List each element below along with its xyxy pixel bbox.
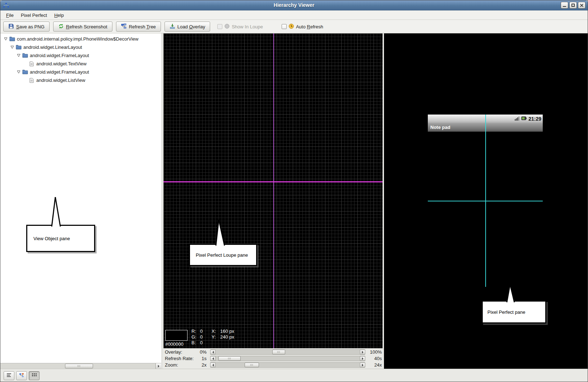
refresh-rate-slider-right-arrow[interactable] [360,356,365,361]
menu-file[interactable]: File [3,11,17,19]
zoom-slider[interactable] [210,362,365,368]
overlay-download-icon [170,23,175,30]
rgb-readout: R:0 G:0 B:0 [191,329,203,346]
pixel-perfect-callout-label: Pixel Perfect pane [487,309,526,315]
auto-refresh-label: Auto Refresh [296,24,323,29]
loupe-callout-label: Pixel Perfect Loupe pane [196,252,248,258]
app-title-label: Note pad [430,125,450,130]
expander-icon[interactable] [17,53,20,58]
loupe-pane-callout: Pixel Perfect Loupe pane [189,244,257,266]
zoom-slider-right-arrow[interactable] [360,363,365,367]
overlay-max-label: 100% [367,349,383,355]
loupe-callout-spike [214,219,226,246]
save-as-png-button[interactable]: Save as PNG [3,22,50,32]
tree-item-label: android.widget.ListView [35,78,85,83]
show-in-loupe-checkbox-box [217,24,222,29]
refresh-rate-slider-left-arrow[interactable] [210,356,216,361]
tree-item-decorview[interactable]: com.android.internal.policy.impl.PhoneWi… [0,35,162,43]
tree-scrollbar-thumb[interactable] [65,364,93,368]
refresh-rate-slider-thumb[interactable] [218,356,241,361]
auto-refresh-checkbox[interactable]: Auto Refresh [282,23,323,30]
view-object-callout-spike [50,196,62,227]
folder-icon [22,53,28,58]
loupe-crosshair-horizontal[interactable] [163,181,383,182]
expander-icon[interactable] [17,69,20,75]
loupe-sphere-icon [224,23,230,30]
tree-item-framelayout-2[interactable]: android.widget.FrameLayout [0,68,162,76]
refresh-tree-button[interactable]: Refresh Tree [116,22,161,32]
y-value: 240 px [220,334,234,340]
auto-refresh-checkbox-box[interactable] [282,24,287,29]
tree-view-button[interactable] [16,371,27,380]
show-in-loupe-checkbox: Show In Loupe [217,23,263,30]
refresh-rate-slider-row: Refresh Rate: 1s 40s [163,355,383,362]
xy-readout: X:160 px Y:240 px [212,329,234,340]
status-bar-clock: 21:29 [528,116,541,122]
battery-icon [521,116,527,122]
menu-help[interactable]: Help [51,11,68,19]
pixel-perfect-view-button[interactable] [29,371,40,380]
minimize-button[interactable] [561,2,568,9]
tree-item-label: android.widget.LinearLayout [22,45,82,50]
view-hierarchy-tree: com.android.internal.policy.impl.PhoneWi… [0,33,162,84]
overlay-slider-right-arrow[interactable] [360,350,365,354]
load-overlay-button[interactable]: Load Overlay [165,22,210,32]
load-overlay-label: Load Overlay [177,24,205,29]
loupe-pixel-grid[interactable] [163,33,383,348]
maximize-icon [571,4,575,7]
tree-item-framelayout-1[interactable]: android.widget.FrameLayout [0,51,162,60]
overlay-slider-thumb[interactable] [272,350,285,354]
refresh-rate-max-label: 40s [367,356,383,361]
pixel-perfect-pane[interactable]: 21:29 Note pad Pixel Perfect pane [384,33,588,369]
expander-icon[interactable] [4,36,8,42]
layout-view-button[interactable] [4,371,14,380]
zoom-slider-thumb[interactable] [245,363,259,367]
zoom-max-label: 24x [367,362,383,368]
zoom-label: Zoom: [163,362,196,368]
tree-icon [121,23,127,30]
tree-item-textview[interactable]: android.widget.TextView [0,60,162,68]
tree-item-label: android.widget.TextView [35,61,87,66]
window-title: Hierarchy Viewer [0,2,588,8]
tree-item-label: android.widget.FrameLayout [28,69,89,75]
floppy-disk-icon [8,23,14,30]
refresh-rate-slider[interactable] [210,356,365,361]
window-controls [561,2,585,9]
refresh-screenshot-button[interactable]: Refresh Screenshot [53,22,112,32]
expander-icon[interactable] [10,45,14,50]
refresh-icon [58,23,64,30]
overlay-label: Overlay: [163,349,196,355]
zoom-slider-row: Zoom: 2x 24x [163,362,383,368]
color-swatch [165,330,187,341]
close-icon [578,2,585,8]
pixel-perfect-callout-spike [505,284,516,302]
hierarchy-viewer-window: Hierarchy Viewer File Pixel Perfect Help… [0,0,588,382]
refresh-screenshot-label: Refresh Screenshot [66,24,107,29]
close-button[interactable] [578,2,585,9]
tree-horizontal-scrollbar[interactable] [0,363,161,369]
refresh-rate-value: 1s [196,356,207,361]
menu-pixel-perfect[interactable]: Pixel Perfect [17,11,51,19]
overlay-slider-row: Overlay: 0% 100% [163,349,383,355]
titlebar[interactable]: Hierarchy Viewer [0,0,588,10]
x-value: 160 px [220,329,234,334]
document-icon [28,61,35,66]
show-in-loupe-label: Show In Loupe [232,24,263,29]
tree-item-linearlayout[interactable]: android.widget.LinearLayout [0,43,162,51]
save-as-png-label: Save as PNG [16,24,45,29]
tree-item-label: android.widget.FrameLayout [28,53,89,58]
folder-icon [22,70,28,74]
loupe-control-panel: Overlay: 0% 100% Refresh Rate: 1s 40s Zo… [163,348,383,369]
tree-scrollbar-right-arrow[interactable] [156,363,161,369]
zoom-slider-left-arrow[interactable] [210,363,216,367]
device-crosshair-horizontal[interactable] [428,201,543,201]
refresh-tree-label: Refresh Tree [129,24,156,29]
loupe-crosshair-vertical[interactable] [273,33,274,348]
overlay-slider-left-arrow[interactable] [210,350,216,354]
overlay-slider[interactable] [210,349,365,355]
tree-item-listview[interactable]: android.widget.ListView [0,76,162,84]
g-value: 0 [200,334,203,340]
pixel-perfect-pane-callout: Pixel Perfect pane [482,301,546,323]
pixel-perfect-loupe-pane[interactable]: Pixel Perfect Loupe pane #000000 R:0 G:0… [163,33,383,348]
maximize-button[interactable] [569,2,577,9]
